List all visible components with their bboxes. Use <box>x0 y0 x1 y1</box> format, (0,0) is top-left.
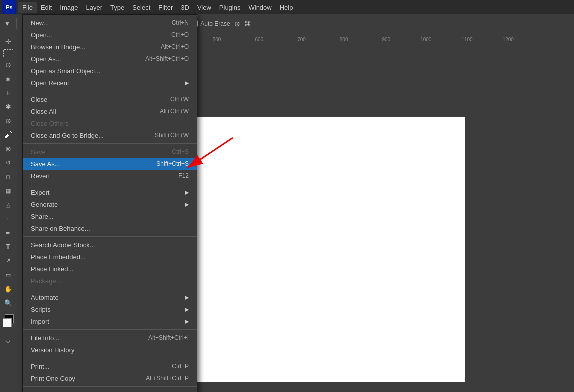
ruler-mark-1200: 1200 <box>503 37 514 42</box>
menu-window[interactable]: Window <box>244 2 275 13</box>
shape-tool[interactable]: ▭ <box>2 268 15 281</box>
lasso-tool[interactable]: ⊙ <box>2 58 15 71</box>
menu-item-place-embedded[interactable]: Place Embedded... <box>23 251 197 263</box>
separator-3 <box>23 184 197 184</box>
ruler-mark-500: 500 <box>213 37 221 42</box>
menu-select[interactable]: Select <box>128 2 154 13</box>
path-select-tool[interactable]: ↗ <box>2 254 15 267</box>
menu-file[interactable]: File <box>18 2 37 13</box>
menu-item-print-one-copy[interactable]: Print One Copy Alt+Shift+Ctrl+P <box>23 372 197 384</box>
gradient-tool[interactable]: ▦ <box>2 184 15 197</box>
menu-help[interactable]: Help <box>276 2 297 13</box>
menu-item-export[interactable]: Export ▶ <box>23 186 197 198</box>
menu-layer[interactable]: Layer <box>82 2 107 13</box>
ruler-mark-1000: 1000 <box>420 37 431 42</box>
quick-mask-mode[interactable]: ○ <box>2 334 15 347</box>
separator-4 <box>23 236 197 237</box>
clone-tool[interactable]: ⊗ <box>2 142 15 155</box>
menu-item-automate[interactable]: Automate ▶ <box>23 291 197 303</box>
menu-item-exit[interactable]: Exit Ctrl+Q <box>23 389 197 392</box>
menu-type[interactable]: Type <box>106 2 128 13</box>
menu-item-close-others: Close Others <box>23 117 197 129</box>
zoom-tool[interactable]: 🔍 <box>2 296 15 309</box>
menu-item-new[interactable]: New... Ctrl+N <box>23 17 197 29</box>
menu-item-open-recent[interactable]: Open Recent ▶ <box>23 77 197 89</box>
menu-item-close[interactable]: Close Ctrl+W <box>23 93 197 105</box>
move-tool[interactable]: ✛ <box>2 35 15 48</box>
hand-tool[interactable]: ✋ <box>2 282 15 295</box>
type-tool[interactable]: T <box>2 240 15 253</box>
separator-6 <box>23 329 197 330</box>
menu-item-share[interactable]: Share... <box>23 210 197 222</box>
ruler-mark-700: 700 <box>297 37 306 42</box>
ruler-mark-800: 800 <box>340 37 348 42</box>
brush-preset[interactable]: ▼ <box>4 20 10 27</box>
background-color[interactable] <box>3 318 12 327</box>
menu-item-close-all[interactable]: Close All Alt+Ctrl+W <box>23 105 197 117</box>
menu-item-version-history[interactable]: Version History <box>23 344 197 356</box>
separator-7 <box>23 358 197 358</box>
menu-item-close-bridge[interactable]: Close and Go to Bridge... Shift+Ctrl+W <box>23 129 197 141</box>
eraser-tool[interactable]: ◻ <box>2 170 15 183</box>
menu-item-open-as[interactable]: Open As... Alt+Shift+Ctrl+O <box>23 53 197 65</box>
menu-item-file-info[interactable]: File Info... Alt+Shift+Ctrl+I <box>23 332 197 344</box>
blur-tool[interactable]: △ <box>2 198 15 211</box>
tools-panel: ✛ ⊙ ◉ ⌗ ✱ ⊕ 🖌 ⊗ ↺ ◻ ▦ △ ○ ✒ T ↗ ▭ ✋ 🔍 ○ <box>0 33 16 392</box>
menu-item-open-smart[interactable]: Open as Smart Object... <box>23 65 197 77</box>
separator-2 <box>23 143 197 144</box>
menu-item-browse-bridge[interactable]: Browse in Bridge... Alt+Ctrl+O <box>23 41 197 53</box>
healing-tool[interactable]: ⊕ <box>2 114 15 127</box>
separator-1 <box>23 91 197 91</box>
separator-5 <box>23 289 197 289</box>
quick-select-tool[interactable]: ◉ <box>2 72 15 85</box>
menu-edit[interactable]: Edit <box>37 2 56 13</box>
ruler-mark-1100: 1100 <box>461 37 472 42</box>
toolbar-divider-1 <box>16 18 17 29</box>
ruler-mark-600: 600 <box>255 37 263 42</box>
marquee-tool[interactable] <box>3 49 13 57</box>
menu-item-package: Package... <box>23 275 197 287</box>
menu-item-share-behance[interactable]: Share on Behance... <box>23 222 197 234</box>
menu-item-save: Save Ctrl+S <box>23 146 197 158</box>
pen-tool[interactable]: ✒ <box>2 226 15 239</box>
crop-tool[interactable]: ⌗ <box>2 86 15 99</box>
eyedropper-tool[interactable]: ✱ <box>2 100 15 113</box>
color-swatches <box>2 314 15 332</box>
menu-item-scripts[interactable]: Scripts ▶ <box>23 303 197 315</box>
menu-3d[interactable]: 3D <box>177 2 193 13</box>
separator-8 <box>23 386 197 387</box>
history-tool[interactable]: ↺ <box>2 156 15 169</box>
menu-item-import[interactable]: Import ▶ <box>23 315 197 327</box>
menu-item-search-stock[interactable]: Search Adobe Stock... <box>23 239 197 251</box>
menu-item-open[interactable]: Open... Ctrl+O <box>23 29 197 41</box>
document-canvas <box>175 117 465 382</box>
auto-erase-wrap: Auto Erase <box>192 20 230 27</box>
menu-item-save-as[interactable]: Save As... Shift+Ctrl+S <box>23 158 197 170</box>
menu-item-place-linked[interactable]: Place Linked... <box>23 263 197 275</box>
menu-view[interactable]: View <box>193 2 215 13</box>
brush-tool[interactable]: 🖌 <box>2 128 15 141</box>
menu-item-revert[interactable]: Revert F12 <box>23 170 197 182</box>
menu-filter[interactable]: Filter <box>154 2 177 13</box>
menu-image[interactable]: Image <box>56 2 82 13</box>
symmetry-icon[interactable]: ⌘ <box>244 20 251 28</box>
ruler-mark-900: 900 <box>382 37 391 42</box>
app-logo: Ps <box>2 0 16 14</box>
menu-plugins[interactable]: Plugins <box>215 2 245 13</box>
pressure-icon[interactable]: ⊕ <box>234 20 240 28</box>
menu-bar: Ps File Edit Image Layer Type Select Fil… <box>0 0 574 14</box>
dodge-tool[interactable]: ○ <box>2 212 15 225</box>
auto-erase-label: Auto Erase <box>200 20 230 27</box>
file-menu-dropdown: New... Ctrl+N Open... Ctrl+O Browse in B… <box>22 14 197 392</box>
menu-item-print[interactable]: Print... Ctrl+P <box>23 360 197 372</box>
menu-item-generate[interactable]: Generate ▶ <box>23 198 197 210</box>
